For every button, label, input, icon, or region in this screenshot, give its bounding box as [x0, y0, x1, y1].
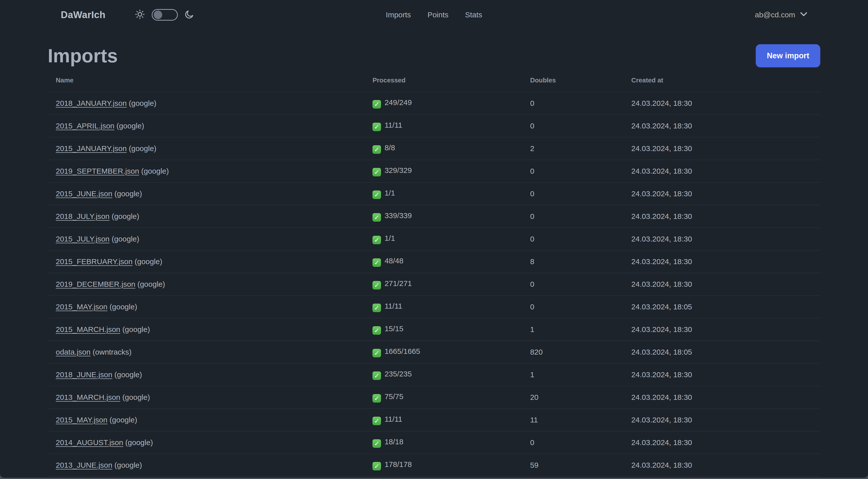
import-file-link[interactable]: 2015_JULY.json [56, 235, 110, 243]
theme-toggle-group [135, 9, 194, 21]
table-header-row: Name Processed Doubles Created at [48, 67, 820, 92]
doubles-count: 820 [522, 341, 623, 363]
check-mark-icon: ✓ [372, 123, 381, 131]
doubles-count: 0 [522, 228, 623, 250]
check-mark-icon: ✓ [372, 236, 381, 244]
created-at-value: 24.03.2024, 18:05 [623, 296, 820, 318]
doubles-count: 0 [522, 431, 623, 454]
check-mark-icon: ✓ [372, 100, 381, 109]
import-source-label: (google) [115, 122, 144, 130]
doubles-count: 8 [522, 250, 623, 273]
import-file-link[interactable]: 2015_MAY.json [56, 303, 107, 311]
import-source-label: (google) [139, 167, 169, 175]
table-row: 2014_AUGUST.json (google) ✓18/18 0 24.03… [48, 431, 820, 454]
import-file-link[interactable]: 2018_JANUARY.json [56, 99, 127, 107]
check-mark-icon: ✓ [372, 349, 381, 357]
account-menu[interactable]: ab@cd.com [755, 10, 807, 19]
table-row: 2013_JUNE.json (google) ✓178/178 59 24.0… [48, 454, 820, 477]
check-mark-icon: ✓ [372, 462, 381, 471]
import-source-label: (google) [120, 325, 150, 333]
table-row: 2015_FEBRUARY.json (google) ✓48/48 8 24.… [48, 250, 820, 273]
table-row: 2015_MAY.json (google) ✓11/11 0 24.03.20… [48, 296, 820, 318]
created-at-value: 24.03.2024, 18:30 [623, 250, 820, 273]
app-window: DaWarIch [0, 0, 868, 478]
import-source-label: (google) [127, 144, 156, 153]
processed-count: 329/329 [384, 166, 412, 174]
app-logo[interactable]: DaWarIch [61, 9, 105, 20]
import-file-link[interactable]: 2013_JUNE.json [56, 461, 112, 469]
import-file-link[interactable]: 2015_JUNE.json [56, 189, 112, 198]
table-row: 2015_MARCH.json (google) ✓15/15 1 24.03.… [48, 318, 820, 341]
doubles-count: 1 [522, 318, 623, 341]
doubles-count: 0 [522, 296, 623, 318]
moon-icon [184, 9, 194, 20]
processed-count: 235/235 [384, 370, 412, 378]
import-file-link[interactable]: 2019_DECEMBER.json [56, 280, 135, 288]
created-at-value: 24.03.2024, 18:30 [623, 454, 820, 477]
import-file-link[interactable]: 2019_SEPTEMBER.json [56, 167, 139, 175]
table-row: odata.json (owntracks) ✓1665/1665 820 24… [48, 341, 820, 363]
table-row: 2015_JULY.json (google) ✓1/1 0 24.03.202… [48, 228, 820, 250]
theme-toggle-knob[interactable] [154, 10, 162, 19]
created-at-value: 24.03.2024, 18:30 [623, 137, 820, 160]
processed-count: 8/8 [384, 144, 395, 152]
created-at-value: 24.03.2024, 18:30 [623, 318, 820, 341]
processed-count: 48/48 [384, 257, 403, 265]
import-source-label: (google) [135, 280, 165, 288]
import-file-link[interactable]: 2013_MARCH.json [56, 393, 120, 401]
created-at-value: 24.03.2024, 18:30 [623, 409, 820, 431]
chevron-down-icon [800, 12, 807, 18]
doubles-count: 0 [522, 160, 623, 182]
doubles-count: 0 [522, 273, 623, 296]
processed-count: 178/178 [384, 460, 412, 469]
imports-page: Imports New import Name Processed Double… [0, 44, 868, 478]
table-row: 2019_SEPTEMBER.json (google) ✓329/329 0 … [48, 160, 820, 182]
created-at-value: 24.03.2024, 18:30 [623, 386, 820, 409]
page-header: Imports New import [48, 44, 820, 67]
check-mark-icon: ✓ [372, 371, 381, 380]
processed-count: 339/339 [384, 211, 412, 220]
created-at-value: 24.03.2024, 18:30 [623, 92, 820, 115]
import-file-link[interactable]: 2014_AUGUST.json [56, 438, 123, 447]
table-row: 2015_MAY.json (google) ✓11/11 11 24.03.2… [48, 409, 820, 431]
created-at-value: 24.03.2024, 18:30 [623, 273, 820, 296]
table-row: 2013_MARCH.json (google) ✓75/75 20 24.03… [48, 386, 820, 409]
doubles-count: 20 [522, 386, 623, 409]
processed-count: 249/249 [384, 98, 412, 107]
page-title: Imports [48, 46, 118, 65]
import-source-label: (google) [110, 235, 139, 243]
table-row: 2015_APRIL.json (google) ✓11/11 0 24.03.… [48, 115, 820, 137]
created-at-value: 24.03.2024, 18:30 [623, 228, 820, 250]
doubles-count: 1 [522, 363, 623, 386]
import-file-link[interactable]: odata.json [56, 348, 90, 356]
processed-count: 1/1 [384, 234, 395, 242]
import-file-link[interactable]: 2015_MARCH.json [56, 325, 120, 333]
theme-toggle[interactable] [152, 9, 178, 21]
table-row: ✓ [48, 477, 820, 478]
import-file-link[interactable]: 2018_JUNE.json [56, 370, 112, 379]
nav-item-points[interactable]: Points [428, 10, 448, 19]
new-import-button[interactable]: New import [756, 44, 820, 67]
import-source-label: (google) [112, 370, 142, 379]
table-row: 2015_JUNE.json (google) ✓1/1 0 24.03.202… [48, 182, 820, 205]
check-mark-icon: ✓ [372, 213, 381, 222]
table-row: 2018_JULY.json (google) ✓339/339 0 24.03… [48, 205, 820, 228]
column-header-name: Name [48, 67, 365, 92]
import-file-link[interactable]: 2015_MAY.json [56, 416, 107, 424]
created-at-value: 24.03.2024, 18:05 [623, 341, 820, 363]
processed-count: 11/11 [384, 415, 402, 423]
table-row: 2018_JANUARY.json (google) ✓249/249 0 24… [48, 92, 820, 115]
import-source-label: (google) [112, 189, 142, 198]
nav-item-stats[interactable]: Stats [465, 10, 482, 19]
column-header-doubles: Doubles [522, 67, 623, 92]
import-file-link[interactable]: 2015_JANUARY.json [56, 144, 127, 153]
import-source-label: (google) [120, 393, 150, 401]
processed-count: 271/271 [384, 279, 412, 288]
check-mark-icon: ✓ [372, 168, 381, 176]
processed-count: 1665/1665 [384, 347, 420, 355]
nav-item-imports[interactable]: Imports [386, 10, 411, 19]
import-file-link[interactable]: 2015_FEBRUARY.json [56, 257, 133, 266]
import-file-link[interactable]: 2018_JULY.json [56, 212, 110, 220]
import-file-link[interactable]: 2015_APRIL.json [56, 122, 115, 130]
navbar: DaWarIch [0, 0, 868, 30]
